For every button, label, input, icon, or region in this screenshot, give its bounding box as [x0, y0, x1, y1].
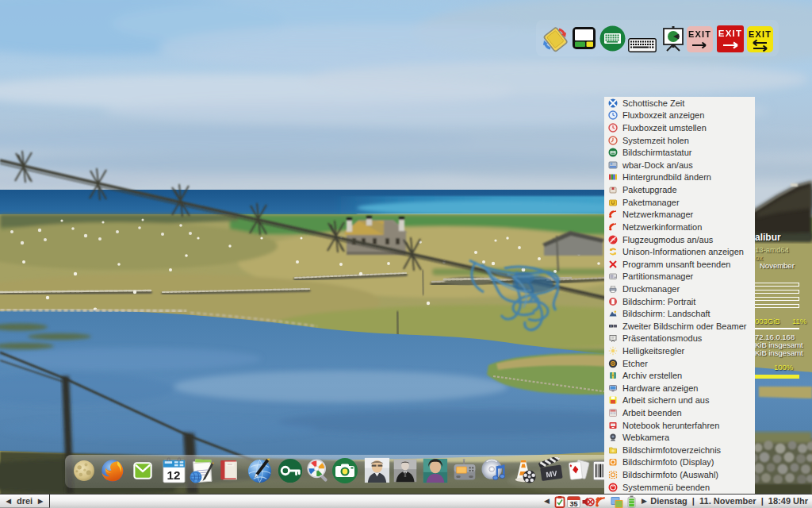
svg-text:EXIT: EXIT: [749, 29, 772, 39]
svg-text:35: 35: [569, 500, 577, 508]
svg-text:EXIT: EXIT: [718, 29, 742, 38]
svg-text:EXIT: EXIT: [688, 29, 711, 39]
svg-text:12: 12: [167, 468, 181, 482]
svg-text:MV: MV: [546, 468, 558, 479]
